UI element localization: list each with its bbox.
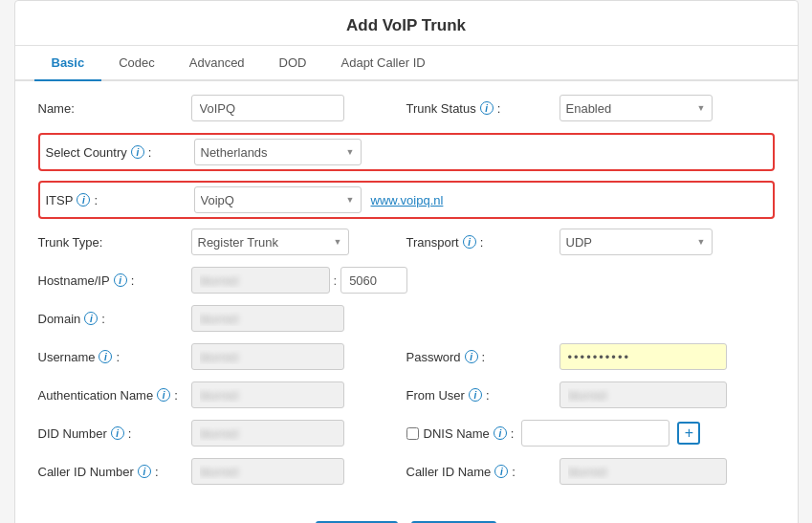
auth-name-info-icon: i bbox=[157, 388, 170, 402]
trunk-status-select[interactable]: Enabled Disabled bbox=[560, 95, 713, 121]
form-area: Name: Trunk Status i: Enabled Disabled bbox=[15, 81, 798, 506]
domain-info-icon: i bbox=[84, 312, 98, 325]
trunk-type-select[interactable]: Register Trunk Peer Trunk bbox=[191, 229, 349, 255]
name-input[interactable] bbox=[191, 95, 344, 121]
did-number-input[interactable] bbox=[191, 420, 344, 447]
auth-name-input[interactable] bbox=[191, 381, 344, 408]
dnis-name-input[interactable] bbox=[521, 420, 669, 447]
group-auth-name: Authentication Name i: bbox=[38, 381, 406, 408]
modal-container: Add VoIP Trunk Basic Codec Advanced DOD … bbox=[14, 0, 799, 523]
dnis-name-label: DNIS Name i: bbox=[424, 426, 515, 441]
trunk-type-label: Trunk Type: bbox=[38, 235, 191, 250]
row-select-country-highlighted: Select Country i: Netherlands United Sta… bbox=[38, 133, 775, 171]
caller-id-name-info-icon: i bbox=[494, 465, 508, 478]
from-user-info-icon: i bbox=[469, 388, 482, 402]
did-number-info-icon: i bbox=[111, 426, 124, 440]
tab-advanced[interactable]: Advanced bbox=[172, 46, 262, 81]
itsp-link[interactable]: www.voipq.nl bbox=[371, 193, 444, 207]
itsp-info-icon: i bbox=[77, 193, 90, 207]
transport-select-wrapper: UDP TCP TLS bbox=[560, 229, 713, 255]
add-dnis-button[interactable]: + bbox=[677, 422, 700, 445]
row-hostname: Hostname/IP i: : bbox=[38, 267, 775, 294]
transport-info-icon: i bbox=[463, 235, 476, 249]
tab-adapt-caller-id[interactable]: Adapt Caller ID bbox=[324, 46, 443, 81]
select-country-info-icon: i bbox=[131, 145, 144, 159]
itsp-label: ITSP i: bbox=[46, 193, 194, 207]
row-auth-from-user: Authentication Name i: From User i: bbox=[38, 381, 775, 408]
select-country-label: Select Country i: bbox=[46, 145, 194, 160]
tab-codec[interactable]: Codec bbox=[101, 46, 172, 81]
caller-id-number-input[interactable] bbox=[191, 458, 344, 485]
auth-name-label: Authentication Name i: bbox=[38, 388, 191, 403]
caller-id-number-label: Caller ID Number i: bbox=[38, 465, 191, 479]
group-caller-id-number: Caller ID Number i: bbox=[38, 458, 406, 485]
username-label: Username i: bbox=[38, 350, 191, 364]
row-trunk-type-transport: Trunk Type: Register Trunk Peer Trunk Tr… bbox=[38, 229, 775, 255]
domain-input[interactable] bbox=[191, 305, 344, 332]
hostname-label: Hostname/IP i: bbox=[38, 273, 191, 288]
trunk-status-info-icon: i bbox=[480, 101, 494, 115]
tab-dod[interactable]: DOD bbox=[262, 46, 324, 81]
password-input[interactable] bbox=[560, 343, 727, 370]
group-domain: Domain i: bbox=[38, 305, 406, 332]
trunk-status-select-wrapper: Enabled Disabled bbox=[560, 95, 713, 121]
country-select-wrapper: Netherlands United States Germany bbox=[194, 139, 362, 165]
caller-id-number-info-icon: i bbox=[138, 465, 151, 478]
caller-id-name-label: Caller ID Name i: bbox=[406, 465, 560, 479]
row-itsp-highlighted: ITSP i: VoipQ www.voipq.nl bbox=[38, 181, 775, 219]
password-info-icon: i bbox=[465, 350, 478, 363]
row-name-trunk-status: Name: Trunk Status i: Enabled Disabled bbox=[38, 95, 775, 121]
group-from-user: From User i: bbox=[406, 381, 775, 408]
tab-bar: Basic Codec Advanced DOD Adapt Caller ID bbox=[15, 46, 798, 81]
group-did-number: DID Number i: bbox=[38, 420, 406, 447]
group-hostname: Hostname/IP i: : bbox=[38, 267, 408, 294]
name-label: Name: bbox=[38, 101, 191, 116]
itsp-select-wrapper: VoipQ bbox=[194, 186, 362, 213]
caller-id-name-input[interactable] bbox=[560, 458, 727, 485]
itsp-select[interactable]: VoipQ bbox=[194, 186, 362, 213]
group-trunk-status: Trunk Status i: Enabled Disabled bbox=[406, 95, 775, 121]
password-label: Password i: bbox=[406, 350, 560, 364]
domain-label: Domain i: bbox=[38, 312, 191, 326]
row-caller-id: Caller ID Number i: Caller ID Name i: bbox=[38, 458, 775, 485]
group-name: Name: bbox=[38, 95, 406, 121]
username-input[interactable] bbox=[191, 343, 344, 370]
from-user-input[interactable] bbox=[560, 381, 727, 408]
from-user-label: From User i: bbox=[406, 388, 560, 403]
tab-basic[interactable]: Basic bbox=[34, 46, 102, 81]
modal-title: Add VoIP Trunk bbox=[15, 1, 798, 46]
group-username: Username i: bbox=[38, 343, 406, 370]
group-password: Password i: bbox=[406, 343, 775, 370]
trunk-status-label: Trunk Status i: bbox=[406, 101, 560, 116]
hostname-info-icon: i bbox=[114, 273, 127, 287]
dnis-name-checkbox[interactable] bbox=[406, 427, 419, 440]
trunk-type-select-wrapper: Register Trunk Peer Trunk bbox=[191, 229, 349, 255]
group-dnis-name: DNIS Name i: + bbox=[406, 420, 775, 447]
transport-label: Transport i: bbox=[406, 235, 560, 250]
row-username-password: Username i: Password i: bbox=[38, 343, 775, 370]
port-input[interactable] bbox=[340, 267, 407, 294]
dnis-name-info-icon: i bbox=[494, 426, 507, 440]
row-domain: Domain i: bbox=[38, 305, 775, 332]
transport-select[interactable]: UDP TCP TLS bbox=[560, 229, 713, 255]
username-info-icon: i bbox=[99, 350, 112, 363]
group-caller-id-name: Caller ID Name i: bbox=[406, 458, 775, 485]
hostname-input[interactable] bbox=[191, 267, 330, 294]
did-number-label: DID Number i: bbox=[38, 426, 191, 441]
group-transport: Transport i: UDP TCP TLS bbox=[406, 229, 775, 255]
group-trunk-type: Trunk Type: Register Trunk Peer Trunk bbox=[38, 229, 406, 255]
row-did-dnis: DID Number i: DNIS Name i: + bbox=[38, 420, 775, 447]
port-colon: : bbox=[334, 273, 338, 288]
country-select[interactable]: Netherlands United States Germany bbox=[194, 139, 362, 165]
